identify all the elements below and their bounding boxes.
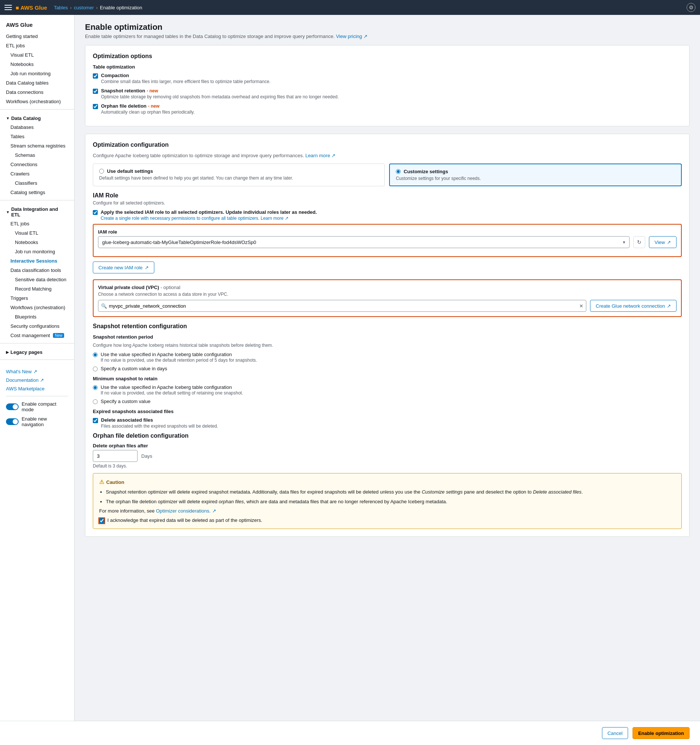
vpc-search-input[interactable]: [98, 300, 586, 312]
menu-button[interactable]: [4, 5, 12, 10]
customize-title: Customize settings: [396, 169, 675, 174]
page-title: Enable optimization: [85, 22, 690, 32]
sidebar-item-classifiers[interactable]: Classifiers: [0, 178, 74, 188]
use-default-radio[interactable]: [99, 169, 104, 174]
optimization-options-card: Optimization options Table optimization …: [85, 45, 690, 126]
sidebar-footer: What's New ↗ Documentation ↗ AWS Marketp…: [0, 363, 74, 434]
use-default-title: Use default settings: [99, 168, 378, 174]
sidebar-item-tables[interactable]: Tables: [0, 132, 74, 141]
sidebar-item-schemas[interactable]: Schemas: [0, 151, 74, 160]
snapshot-period-radio-1[interactable]: [93, 352, 97, 357]
compact-mode-label: Enable compact mode: [22, 401, 68, 412]
vpc-clear-icon[interactable]: ✕: [579, 303, 583, 309]
sidebar-item-data-catalog-tables[interactable]: Data Catalog tables: [0, 78, 74, 88]
create-iam-role-button[interactable]: Create new IAM role ↗: [93, 262, 154, 274]
sidebar-item-getting-started[interactable]: Getting started: [0, 31, 74, 41]
sidebar: AWS Glue Getting started ETL jobs Visual…: [0, 15, 75, 721]
sidebar-item-triggers[interactable]: Triggers: [0, 293, 74, 303]
sidebar-item-blueprints[interactable]: Blueprints: [0, 312, 74, 322]
orphan-new-badge: - new: [148, 103, 159, 109]
sidebar-item-databases[interactable]: Databases: [0, 123, 74, 132]
sidebar-item-connections[interactable]: Connections: [0, 160, 74, 169]
learn-more-config-link[interactable]: Learn more ↗: [305, 153, 336, 158]
acknowledge-checkbox[interactable]: [99, 518, 104, 524]
customize-radio[interactable]: [396, 169, 401, 174]
sidebar-item-notebooks-2[interactable]: Notebooks: [0, 238, 74, 247]
vpc-desc: Choose a network connection to access a …: [98, 292, 676, 297]
sidebar-item-notebooks[interactable]: Notebooks: [0, 60, 74, 69]
snapshot-new-badge: - new: [147, 88, 158, 93]
snapshot-retention-label: Snapshot retention- new: [101, 88, 339, 93]
sidebar-item-visual-etl[interactable]: Visual ETL: [0, 50, 74, 60]
min-snapshot-radio-1[interactable]: [93, 385, 97, 390]
create-glue-network-button[interactable]: Create Glue network connection ↗: [590, 300, 676, 312]
sidebar-item-stream-schema[interactable]: Stream schema registries: [0, 141, 74, 151]
sidebar-item-catalog-settings[interactable]: Catalog settings: [0, 188, 74, 197]
breadcrumb-tables[interactable]: Tables: [54, 5, 68, 10]
compaction-desc: Combine small data files into larger, mo…: [101, 79, 271, 84]
sidebar-section-data-integration[interactable]: ▼ Data Integration and ETL: [0, 203, 74, 219]
enable-optimization-button[interactable]: Enable optimization: [633, 727, 690, 739]
orphan-deletion-checkbox[interactable]: [93, 104, 98, 109]
breadcrumb-customer[interactable]: customer: [74, 5, 94, 10]
sidebar-item-security[interactable]: Security configurations: [0, 322, 74, 331]
compact-mode-toggle[interactable]: [6, 404, 19, 410]
apply-iam-desc-link[interactable]: Create a single role with necessary perm…: [100, 216, 317, 221]
sidebar-section-data-catalog[interactable]: ▼ Data Catalog: [0, 112, 74, 123]
sidebar-item-data-connections[interactable]: Data connections: [0, 88, 74, 97]
sidebar-item-etl-jobs[interactable]: ETL jobs: [0, 41, 74, 50]
snapshot-period-desc: Configure how long Apache Iceberg retain…: [93, 343, 682, 348]
min-snapshot-radio-2[interactable]: [93, 399, 97, 404]
compaction-checkbox[interactable]: [93, 73, 98, 79]
min-snapshot-subtitle: Minimum snapshot to retain: [93, 376, 682, 381]
sidebar-section-legacy[interactable]: ▶ Legacy pages: [0, 346, 74, 356]
sidebar-item-visual-etl-2[interactable]: Visual ETL: [0, 228, 74, 238]
sidebar-link-marketplace[interactable]: AWS Marketplace: [6, 384, 68, 393]
sidebar-item-cost-management[interactable]: Cost management New: [0, 331, 74, 340]
settings-icon[interactable]: ⚙: [687, 3, 696, 12]
iam-role-field-label: IAM role: [98, 229, 676, 235]
apply-iam-checkbox[interactable]: [93, 210, 97, 215]
iam-role-select[interactable]: glue-Iceberg-automatic-tab-MyGlueTableOp…: [98, 236, 630, 248]
sidebar-link-whats-new[interactable]: What's New ↗: [6, 367, 68, 376]
sidebar-item-sensitive-data[interactable]: Sensitive data detection: [0, 275, 74, 284]
view-pricing-link[interactable]: View pricing ↗: [336, 33, 367, 39]
learn-more-iam-link[interactable]: Learn more ↗: [261, 216, 288, 221]
snapshot-retention-config: Snapshot retention configuration Snapsho…: [93, 323, 682, 429]
acknowledge-label: I acknowledge that expired data will be …: [107, 518, 262, 523]
sidebar-item-workflows-2[interactable]: Workflows (orchestration): [0, 303, 74, 312]
sidebar-link-documentation[interactable]: Documentation ↗: [6, 376, 68, 384]
snapshot-period-radio-2[interactable]: [93, 367, 97, 371]
sidebar-item-job-run-monitoring[interactable]: Job run monitoring: [0, 69, 74, 78]
cancel-button[interactable]: Cancel: [602, 727, 628, 739]
orphan-default-text: Default is 3 days.: [93, 464, 682, 468]
external-icon-view: ↗: [667, 239, 671, 245]
sidebar-item-job-run-2[interactable]: Job run monitoring: [0, 247, 74, 256]
optimization-config-title: Optimization configuration: [93, 142, 682, 148]
sidebar-item-record-matching[interactable]: Record Matching: [0, 284, 74, 293]
sidebar-item-interactive-sessions[interactable]: Interactive Sessions: [0, 256, 74, 266]
min-snapshot-option-1-row: Use the value specified in Apache Iceber…: [93, 384, 682, 396]
customize-option[interactable]: Customize settings Customize settings fo…: [389, 163, 682, 186]
page-footer: Cancel Enable optimization: [0, 721, 700, 745]
iam-refresh-button[interactable]: ↻: [633, 236, 645, 248]
use-default-option[interactable]: Use default settings Default settings ha…: [93, 163, 385, 186]
min-snapshot-option-2-row: Specify a custom value: [93, 399, 682, 404]
brand-logo: ■ AWS Glue: [16, 4, 47, 11]
sidebar-item-etl-jobs-2[interactable]: ETL jobs: [0, 219, 74, 228]
customize-desc: Customize settings for your specific nee…: [396, 176, 675, 181]
optimizer-considerations-link[interactable]: Optimizer considerations. ↗: [156, 508, 216, 514]
new-nav-label: Enable new navigation: [22, 416, 68, 427]
orphan-deletion-label: Orphan file deletion- new: [101, 103, 195, 109]
new-nav-toggle[interactable]: [6, 418, 19, 425]
compaction-text: Compaction Combine small data files into…: [101, 73, 271, 84]
vpc-title: Virtual private cloud (VPC) - optional: [98, 284, 676, 290]
iam-view-button[interactable]: View ↗: [649, 236, 676, 248]
sidebar-item-data-classification[interactable]: Data classification tools: [0, 266, 74, 275]
sidebar-item-crawlers[interactable]: Crawlers: [0, 169, 74, 178]
sidebar-item-workflows[interactable]: Workflows (orchestration): [0, 97, 74, 106]
delete-associated-checkbox[interactable]: [93, 418, 98, 423]
vpc-search-wrapper: 🔍 ✕: [98, 300, 586, 312]
orphan-days-input[interactable]: [93, 450, 138, 462]
snapshot-retention-checkbox[interactable]: [93, 89, 98, 94]
